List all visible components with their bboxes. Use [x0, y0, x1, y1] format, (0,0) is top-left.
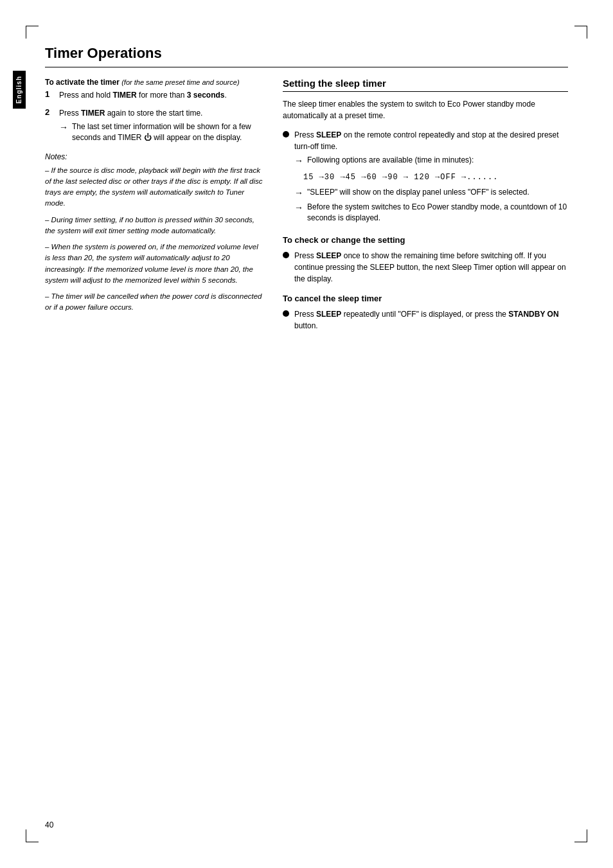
activate-timer-subtitle: (for the same preset time and source)	[121, 78, 239, 86]
arrow-icon-2: →	[294, 187, 303, 200]
check-bullet-content: Press SLEEP once to show the remaining t…	[294, 250, 568, 285]
sleep-arrow-2: → "SLEEP" will show on the display panel…	[294, 187, 568, 200]
note-4: – The timer will be cancelled when the p…	[45, 291, 263, 314]
note-1: – If the source is disc mode, playback w…	[45, 165, 263, 209]
step-1-content: Press and hold TIMER for more than 3 sec…	[59, 89, 227, 101]
page-container: English Timer Operations To activate the…	[0, 0, 613, 868]
right-column: Setting the sleep timer The sleep timer …	[283, 78, 568, 337]
notes-title: Notes:	[45, 152, 263, 161]
step-2-number: 2	[45, 107, 54, 117]
page-number: 40	[45, 820, 53, 829]
cancel-timer-title: To cancel the sleep timer	[283, 294, 568, 303]
step-2-content: Press TIMER again to store the start tim…	[59, 107, 263, 143]
cancel-bullet-content: Press SLEEP repeatedly until "OFF" is di…	[294, 308, 568, 332]
sleep-timer-title: Setting the sleep timer	[283, 78, 568, 92]
note-3: – When the system is powered on, if the …	[45, 242, 263, 286]
notes-section: Notes: – If the source is disc mode, pla…	[45, 152, 263, 314]
sleep-arrow-3: → Before the system switches to Eco Powe…	[294, 202, 568, 224]
arrow-icon-1: →	[294, 155, 303, 168]
bullet-dot-1	[283, 131, 289, 137]
note-2: – During timer setting, if no button is …	[45, 215, 263, 237]
corner-mark-bl	[26, 829, 39, 842]
check-bullet: Press SLEEP once to show the remaining t…	[283, 250, 568, 285]
two-column-layout: To activate the timer (for the same pres…	[45, 78, 568, 337]
page-title: Timer Operations	[45, 45, 568, 67]
cancel-bullet: Press SLEEP repeatedly until "OFF" is di…	[283, 308, 568, 332]
sleep-bullet-1: Press SLEEP on the remote control repeat…	[283, 129, 568, 226]
timer-sequence: 15 →30 →45 →60 →90 → 120 →OFF →......	[303, 172, 568, 183]
corner-mark-tr	[574, 26, 587, 39]
bullet-dot-3	[283, 310, 289, 317]
check-setting-title: To check or change the setting	[283, 235, 568, 245]
step-2: 2 Press TIMER again to store the start t…	[45, 107, 263, 143]
arrow-icon-3: →	[294, 202, 303, 224]
arrow-icon: →	[59, 121, 68, 143]
sleep-bullet-1-content: Press SLEEP on the remote control repeat…	[294, 129, 568, 226]
step-1-number: 1	[45, 89, 54, 99]
corner-mark-tl	[26, 26, 39, 39]
activate-timer-title: To activate the timer (for the same pres…	[45, 78, 263, 87]
sleep-arrow-1: → Following options are available (time …	[294, 155, 568, 168]
sleep-timer-intro: The sleep timer enables the system to sw…	[283, 98, 568, 121]
corner-mark-br	[574, 829, 587, 842]
content-area: English Timer Operations To activate the…	[45, 45, 568, 829]
step-2-arrow: → The last set timer information will be…	[59, 121, 263, 143]
left-column: To activate the timer (for the same pres…	[45, 78, 263, 337]
english-tab: English	[13, 71, 26, 109]
step-1: 1 Press and hold TIMER for more than 3 s…	[45, 89, 263, 101]
bullet-dot-2	[283, 252, 289, 258]
